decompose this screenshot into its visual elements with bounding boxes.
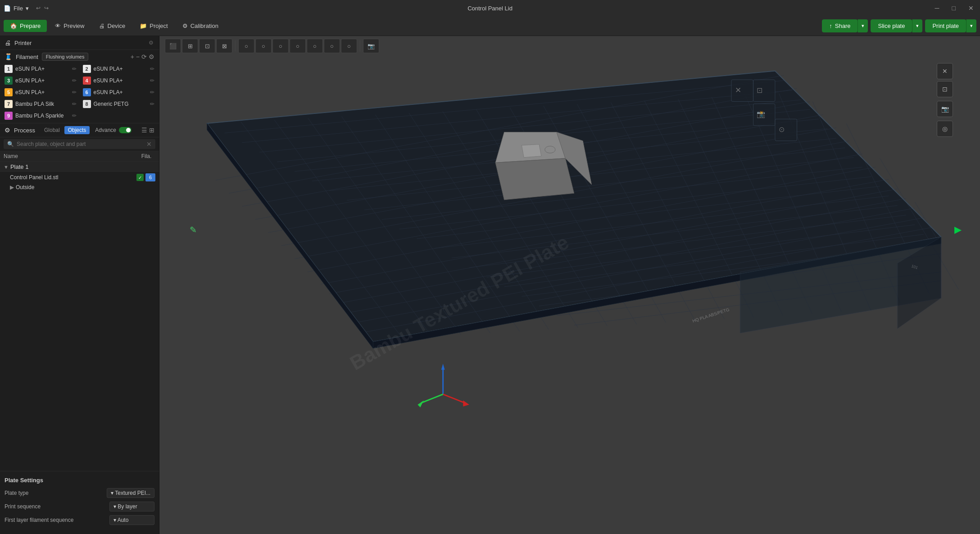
- close-btn[interactable]: ✕: [966, 4, 976, 13]
- window-controls: ─ □ ✕: [932, 4, 976, 13]
- view-nav-btn[interactable]: ◎: [937, 121, 953, 137]
- plate-settings-title: Plate Settings: [5, 477, 154, 484]
- vp-arrange-btn[interactable]: ⊠: [216, 39, 232, 53]
- filament-swatch-3: 3: [5, 77, 13, 85]
- object-tree: Name Fila. ▼ Plate 1 Control Panel Lid.s…: [0, 151, 159, 192]
- filament-edit-5[interactable]: ✏: [72, 89, 77, 95]
- scope-objects-tab[interactable]: Objects: [64, 126, 90, 134]
- filament-sync-icon[interactable]: ⟳: [141, 53, 147, 60]
- vp-btn-5[interactable]: ○: [238, 39, 254, 53]
- share-dropdown-btn[interactable]: ▾: [858, 19, 868, 32]
- printer-settings-icon[interactable]: ⚙: [148, 39, 154, 47]
- filament-edit-1[interactable]: ✏: [72, 66, 77, 72]
- filament-name-1: eSUN PLA+: [15, 66, 69, 72]
- vp-grid-btn[interactable]: ⊞: [182, 39, 198, 53]
- tree-object-row[interactable]: Control Panel Lid.stl ✓ 6: [0, 172, 159, 183]
- calibration-label: Calibration: [191, 23, 218, 29]
- tree-plate-row[interactable]: ▼ Plate 1: [0, 162, 159, 172]
- outside-label: Outside: [16, 184, 34, 190]
- filament-item-7[interactable]: 7 Bambu PLA Silk ✏: [2, 99, 79, 109]
- view-fit-btn[interactable]: ⊡: [937, 81, 953, 97]
- filament-item-4[interactable]: 4 eSUN PLA+ ✏: [80, 75, 158, 86]
- slice-dropdown-btn[interactable]: ▾: [912, 19, 922, 32]
- vp-camera-btn[interactable]: 📷: [363, 39, 379, 53]
- filament-edit-7[interactable]: ✏: [72, 101, 77, 107]
- vp-cube-btn[interactable]: ⬛: [165, 39, 181, 53]
- filament-item-8[interactable]: 8 Generic PETG ✏: [80, 99, 158, 109]
- filament-item-2[interactable]: 2 eSUN PLA+ ✏: [80, 63, 158, 74]
- svg-text:⊙: ⊙: [779, 126, 785, 133]
- file-menu-icon: 📄: [4, 5, 11, 12]
- vp-btn-9[interactable]: ○: [307, 39, 323, 53]
- viewport-corner-buttons: ✕ ⊡ 📷 ◎: [937, 63, 953, 137]
- vp-btn-6[interactable]: ○: [255, 39, 272, 53]
- filament-edit-6[interactable]: ✏: [150, 89, 154, 95]
- view-screenshot-btn[interactable]: 📷: [937, 101, 953, 117]
- plate-type-label: Plate type: [5, 490, 107, 496]
- vp-btn-10[interactable]: ○: [324, 39, 340, 53]
- prepare-tab[interactable]: 🏠 Prepare: [4, 20, 47, 32]
- svg-marker-68: [522, 145, 541, 158]
- scope-global-tab[interactable]: Global: [41, 126, 64, 134]
- filament-remove-icon[interactable]: −: [136, 53, 140, 60]
- first-layer-label: First layer filament sequence: [5, 517, 109, 523]
- maximize-btn[interactable]: □: [949, 4, 958, 13]
- advance-toggle[interactable]: [119, 127, 132, 133]
- project-icon: 📁: [140, 23, 147, 29]
- filament-name-7: Bambu PLA Silk: [15, 101, 69, 107]
- filament-edit-9[interactable]: ✏: [72, 113, 77, 119]
- vp-btn-11[interactable]: ○: [341, 39, 357, 53]
- prepare-icon: 🏠: [10, 23, 17, 29]
- plate-type-select[interactable]: ▾ Textured PEI...: [107, 488, 154, 498]
- filament-item-9[interactable]: 9 Bambu PLA Sparkle ✏: [2, 110, 79, 121]
- view-reset-btn[interactable]: ✕: [937, 63, 953, 79]
- filament-edit-3[interactable]: ✏: [72, 77, 77, 84]
- preview-tab[interactable]: 👁 Preview: [49, 20, 91, 32]
- filament-item-3[interactable]: 3 eSUN PLA+ ✏: [2, 75, 79, 86]
- vp-btn-7[interactable]: ○: [272, 39, 289, 53]
- printer-section[interactable]: 🖨 Printer ⚙: [0, 36, 159, 50]
- project-tab[interactable]: 📁 Project: [133, 20, 174, 32]
- print-sequence-label: Print sequence: [5, 503, 109, 510]
- plate-type-dropdown-icon: ▾: [111, 490, 113, 496]
- slice-label: Slice plate: [878, 23, 905, 29]
- device-tab[interactable]: 🖨 Device: [93, 20, 132, 32]
- history-back-btn[interactable]: ↩: [36, 5, 41, 11]
- advance-row: Advance: [95, 127, 132, 133]
- object-check-icon[interactable]: ✓: [136, 174, 144, 181]
- vp-btn-8[interactable]: ○: [290, 39, 306, 53]
- print-sequence-select[interactable]: ▾ By layer: [109, 502, 154, 511]
- filament-add-icon[interactable]: +: [131, 53, 134, 60]
- title-menu[interactable]: 📄 File ▾: [4, 5, 29, 12]
- history-forward-btn[interactable]: ↪: [44, 5, 49, 11]
- process-section: ⚙ Process Global Objects Advance ☰ ⊞: [0, 123, 159, 137]
- vp-orient-btn[interactable]: ⊡: [199, 39, 215, 53]
- search-clear-icon[interactable]: ✕: [146, 140, 152, 148]
- process-list-icon[interactable]: ☰: [141, 127, 147, 134]
- flushing-volumes-button[interactable]: Flushing volumes: [42, 53, 89, 61]
- search-input[interactable]: [17, 141, 144, 147]
- share-button[interactable]: ↑ Share: [822, 19, 858, 32]
- filament-edit-2[interactable]: ✏: [150, 66, 154, 72]
- first-layer-select[interactable]: ▾ Auto: [109, 515, 154, 525]
- process-grid-icon[interactable]: ⊞: [149, 127, 154, 134]
- filament-name-8: Generic PETG: [94, 101, 148, 107]
- filament-item-1[interactable]: 1 eSUN PLA+ ✏: [2, 63, 79, 74]
- filament-swatch-6: 6: [83, 88, 91, 96]
- preview-label: Preview: [64, 23, 84, 29]
- filament-item-6[interactable]: 6 eSUN PLA+ ✏: [80, 87, 158, 98]
- filament-edit-8[interactable]: ✏: [150, 101, 154, 107]
- filament-settings-icon[interactable]: ⚙: [149, 53, 154, 60]
- print-button[interactable]: Print plate: [925, 19, 966, 32]
- slice-button[interactable]: Slice plate: [871, 19, 912, 32]
- filament-edit-4[interactable]: ✏: [150, 77, 154, 84]
- filament-item-5[interactable]: 5 eSUN PLA+ ✏: [2, 87, 79, 98]
- svg-marker-66: [495, 158, 574, 200]
- print-dropdown-btn[interactable]: ▾: [966, 19, 976, 32]
- minimize-btn[interactable]: ─: [932, 4, 942, 13]
- calibration-tab[interactable]: ⚙ Calibration: [176, 20, 225, 32]
- tree-outside-row[interactable]: ▶ Outside: [0, 183, 159, 192]
- plate-type-value: Textured PEI...: [115, 490, 150, 496]
- file-menu-label[interactable]: File: [14, 5, 23, 12]
- viewport: ⬛ ⊞ ⊡ ⊠ ○ ○ ○ ○ ○ ○ ○ 📷: [159, 36, 980, 534]
